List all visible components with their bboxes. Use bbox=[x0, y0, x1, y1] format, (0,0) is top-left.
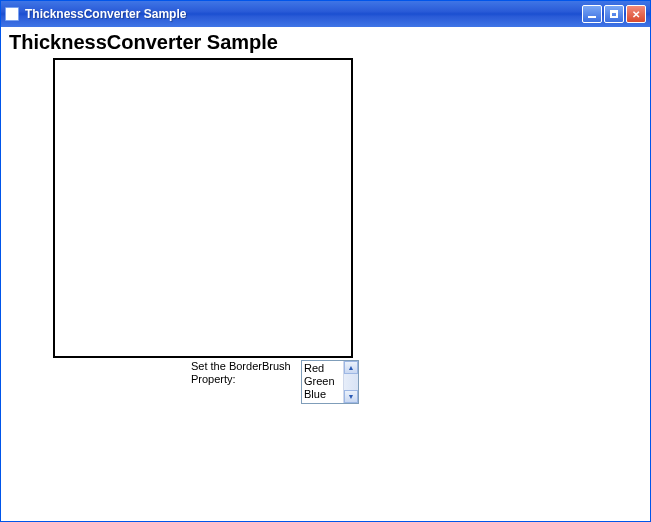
close-button[interactable]: ✕ bbox=[626, 5, 646, 23]
scroll-track[interactable] bbox=[344, 374, 358, 390]
border-brush-row: Set the BorderBrush Property: Red Green … bbox=[191, 360, 642, 404]
border-brush-listbox[interactable]: Red Green Blue ▲ ▼ bbox=[301, 360, 359, 404]
maximize-button[interactable] bbox=[604, 5, 624, 23]
title-bar: ThicknessConverter Sample ✕ bbox=[1, 1, 650, 27]
sample-border bbox=[53, 58, 353, 358]
app-icon bbox=[5, 7, 19, 21]
maximize-icon bbox=[610, 10, 618, 18]
chevron-up-icon: ▲ bbox=[348, 364, 355, 371]
client-area: ThicknessConverter Sample Set the Border… bbox=[1, 27, 650, 521]
list-item[interactable]: Blue bbox=[304, 388, 341, 401]
border-brush-label: Set the BorderBrush Property: bbox=[191, 360, 301, 386]
window-title: ThicknessConverter Sample bbox=[25, 7, 582, 21]
close-icon: ✕ bbox=[632, 9, 640, 20]
stage: Set the BorderBrush Property: Red Green … bbox=[53, 58, 642, 404]
minimize-button[interactable] bbox=[582, 5, 602, 23]
listbox-scrollbar[interactable]: ▲ ▼ bbox=[343, 361, 358, 403]
app-window: ThicknessConverter Sample ✕ ThicknessCon… bbox=[0, 0, 651, 522]
page-title: ThicknessConverter Sample bbox=[9, 31, 642, 54]
scroll-up-button[interactable]: ▲ bbox=[344, 361, 358, 374]
list-item[interactable]: Red bbox=[304, 362, 341, 375]
scroll-down-button[interactable]: ▼ bbox=[344, 390, 358, 403]
list-item[interactable]: Green bbox=[304, 375, 341, 388]
listbox-items: Red Green Blue bbox=[302, 361, 343, 403]
chevron-down-icon: ▼ bbox=[348, 393, 355, 400]
window-controls: ✕ bbox=[582, 5, 646, 23]
minimize-icon bbox=[588, 16, 596, 18]
